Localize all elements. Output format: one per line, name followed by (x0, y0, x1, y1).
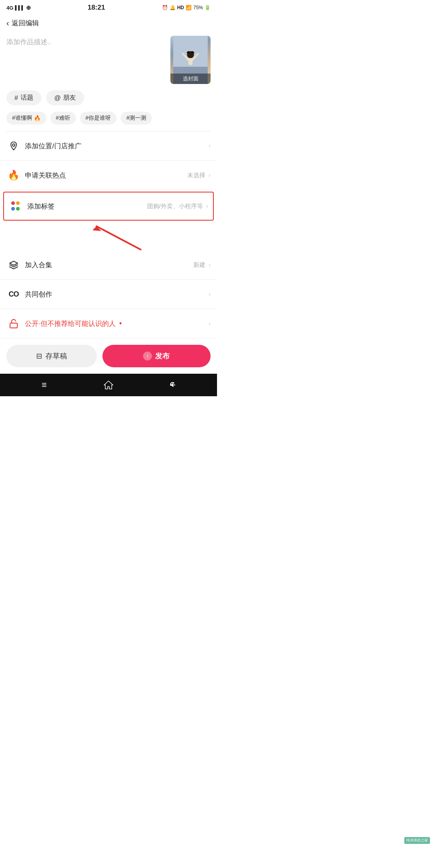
privacy-dot: • (117, 319, 122, 328)
hotspot-arrow-icon: › (209, 172, 211, 179)
draft-label: 存草稿 (45, 351, 67, 361)
flame-icon: 🔥 (34, 115, 41, 121)
signal-bars: ▌▌▌ (15, 5, 24, 10)
header: ‹ 返回编辑 (0, 14, 217, 32)
arrow-annotation (0, 222, 217, 250)
draft-button[interactable]: ⊟ 存草稿 (6, 345, 97, 367)
publish-label: 发布 (155, 351, 170, 361)
addtag-dots-icon (9, 199, 23, 213)
cover-thumbnail[interactable]: 选封面 (170, 36, 211, 84)
hotspot-flame-icon: 🔥 (6, 168, 21, 182)
location-label: 添加位置/门店推广 (25, 141, 205, 151)
home-icon (103, 379, 114, 391)
menu-hotspot[interactable]: 🔥 申请关联热点 未选择 › (0, 161, 217, 190)
topic-pill-0[interactable]: #谁懂啊 🔥 (6, 112, 46, 125)
collab-label: 共同创作 (25, 290, 205, 299)
friend-button[interactable]: @ 朋友 (46, 90, 84, 105)
status-left: 4G ▌▌▌ ⊕ (6, 4, 31, 11)
topic-text-3: #测一测 (126, 115, 146, 122)
publish-up-icon: ↑ (143, 352, 152, 360)
nav-back-button[interactable] (163, 377, 183, 393)
topic-pill-2[interactable]: #你是谁呀 (80, 112, 117, 125)
topic-text-2: #你是谁呀 (86, 115, 111, 122)
nav-home-button[interactable] (98, 377, 119, 393)
location-arrow-icon: › (209, 142, 211, 149)
back-nav-icon (168, 380, 178, 390)
status-bar: 4G ▌▌▌ ⊕ 18:21 ⏰ 🔔 HD 📶 75% 🔋 (0, 0, 217, 14)
cover-label: 选封面 (170, 74, 211, 84)
description-area: 添加作品描述.. 选封面 (0, 32, 217, 90)
svg-point-8 (12, 144, 15, 146)
nav-bar: ≡ (0, 374, 217, 396)
hotspot-value: 未选择 (187, 172, 205, 179)
menu-lines-icon: ≡ (42, 380, 47, 390)
addtag-value: 团购/外卖、小程序等 (147, 203, 203, 210)
topic-button[interactable]: # 话题 (6, 90, 41, 105)
hash-icon: # (14, 94, 18, 102)
tag-buttons-row: # 话题 @ 朋友 (0, 90, 217, 112)
alarm-icon: ⏰ (162, 5, 168, 10)
menu-location[interactable]: 添加位置/门店推广 › (0, 131, 217, 161)
bottom-bar: ⊟ 存草稿 ↑ 发布 (0, 338, 217, 374)
collection-label: 加入合集 (25, 260, 193, 270)
publish-button[interactable]: ↑ 发布 (102, 345, 211, 367)
battery-label: 75% (193, 5, 203, 10)
topic-label: 话题 (20, 94, 33, 102)
collection-value: 新建 (193, 261, 205, 269)
addtag-label: 添加标签 (27, 202, 147, 211)
back-arrow-icon: ‹ (6, 18, 9, 28)
collab-arrow-icon: › (209, 291, 211, 298)
collection-arrow-icon: › (209, 261, 211, 268)
menu-privacy[interactable]: 公开·但不推荐给可能认识的人 • › (0, 309, 217, 338)
bell-icon: 🔔 (170, 5, 176, 10)
addtag-arrow-icon: › (206, 203, 208, 210)
draft-icon: ⊟ (36, 352, 42, 360)
friend-label: 朋友 (63, 94, 76, 102)
svg-rect-11 (10, 323, 17, 328)
lock-icon (6, 316, 21, 331)
battery-icon: 🔋 (205, 5, 211, 10)
menu-collection[interactable]: 加入合集 新建 › (0, 250, 217, 280)
status-time: 18:21 (88, 4, 105, 12)
back-button[interactable]: ‹ 返回编辑 (6, 18, 39, 28)
red-arrow-svg (0, 222, 217, 250)
topic-text-0: #谁懂啊 (12, 115, 32, 122)
svg-line-9 (96, 226, 141, 250)
status-right: ⏰ 🔔 HD 📶 75% 🔋 (162, 5, 211, 10)
wifi-icon: 📶 (186, 5, 192, 10)
nav-menu-button[interactable]: ≡ (34, 377, 54, 393)
menu-addtag[interactable]: 添加标签 团购/外卖、小程序等 › (3, 192, 214, 221)
privacy-arrow-icon: › (209, 320, 211, 327)
back-label: 返回编辑 (12, 18, 39, 28)
location-icon (6, 139, 21, 153)
svg-rect-5 (188, 58, 192, 65)
collection-layers-icon (6, 258, 21, 272)
at-icon: @ (54, 94, 61, 102)
description-input[interactable]: 添加作品描述.. (6, 36, 166, 84)
topic-text-1: #难听 (56, 115, 70, 122)
signal-icon: 4G (6, 5, 13, 11)
co-icon: CO (6, 287, 21, 301)
menu-collab[interactable]: CO 共同创作 › (0, 280, 217, 309)
topic-pill-1[interactable]: #难听 (50, 112, 76, 125)
hd-label: HD (177, 5, 184, 10)
hotspot-label: 申请关联热点 (25, 171, 187, 180)
privacy-label: 公开·但不推荐给可能认识的人 • (25, 319, 205, 328)
topic-pill-3[interactable]: #测一测 (121, 112, 152, 125)
wechat-icon: ⊕ (26, 4, 31, 11)
topics-row: #谁懂啊 🔥 #难听 #你是谁呀 #测一测 (0, 112, 217, 131)
